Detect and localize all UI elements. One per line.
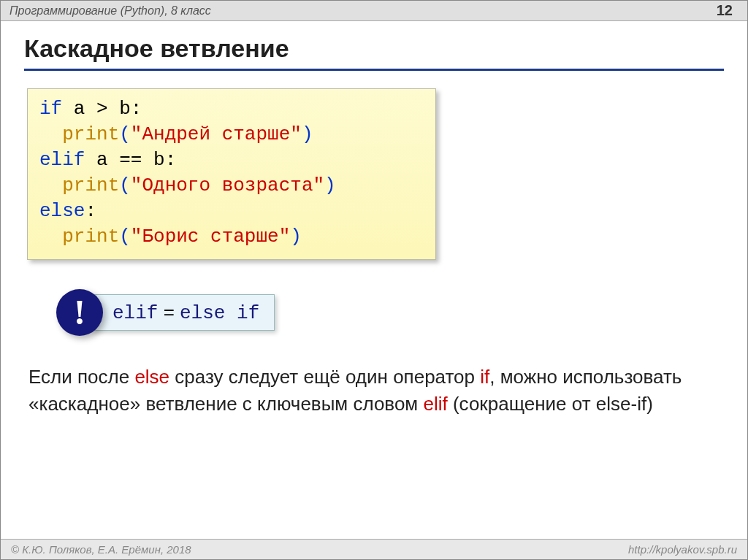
explanation-text: Если после else сразу следует ещё один о… (24, 364, 724, 418)
string-literal: "Одного возраста" (131, 174, 324, 196)
func-print: print (62, 226, 119, 248)
string-literal: "Борис старше" (131, 226, 290, 248)
slide-footer: © К.Ю. Поляков, Е.А. Ерёмин, 2018 http:/… (1, 539, 747, 559)
paren: ( (119, 123, 131, 145)
code-line: print("Андрей старше") (39, 122, 424, 147)
paren: ) (324, 174, 336, 196)
paren: ) (290, 226, 302, 248)
note-box: elif = else if (91, 294, 275, 331)
keyword-elif: elif (39, 149, 85, 171)
page-title: Каскадное ветвление (24, 30, 724, 71)
string-literal: "Андрей старше" (131, 123, 302, 145)
note-equals: = (158, 301, 180, 323)
code-text: a == b: (85, 149, 176, 171)
paren: ( (119, 226, 131, 248)
slide: Программирование (Python), 8 класс 12 Ка… (0, 0, 748, 560)
keyword-else-inline: else (134, 366, 169, 388)
keyword-else: else (39, 200, 85, 222)
keyword-if: if (39, 98, 62, 120)
header-title: Программирование (Python), 8 класс (9, 4, 717, 18)
func-print: print (62, 174, 119, 196)
code-line: else: (39, 199, 424, 224)
code-line: print("Одного возраста") (39, 173, 424, 199)
text: Если после (28, 366, 134, 388)
code-line: elif a == b: (39, 147, 424, 173)
note-elseif: else if (180, 302, 259, 324)
note-elif: elif (112, 302, 158, 324)
text: (сокращение от else-if) (448, 393, 653, 415)
code-line: if a > b: (39, 96, 424, 122)
paren: ( (119, 174, 131, 196)
slide-content: Каскадное ветвление if a > b: print("Анд… (1, 21, 747, 418)
paren: ) (302, 123, 313, 145)
footer-copyright: © К.Ю. Поляков, Е.А. Ерёмин, 2018 (11, 543, 628, 556)
slide-header: Программирование (Python), 8 класс 12 (1, 1, 747, 21)
code-line: print("Борис старше") (39, 224, 424, 250)
page-number: 12 (717, 2, 733, 19)
code-text: a > b: (62, 98, 142, 120)
func-print: print (62, 123, 119, 145)
footer-url: http://kpolyakov.spb.ru (628, 543, 737, 556)
note-callout: ! elif = else if (56, 289, 724, 336)
keyword-elif-inline: elif (423, 393, 447, 415)
code-text: : (85, 200, 96, 222)
exclamation-icon: ! (56, 289, 103, 336)
code-block: if a > b: print("Андрей старше") elif a … (27, 88, 436, 260)
keyword-if-inline: if (480, 366, 489, 388)
text: сразу следует ещё один оператор (169, 366, 480, 388)
